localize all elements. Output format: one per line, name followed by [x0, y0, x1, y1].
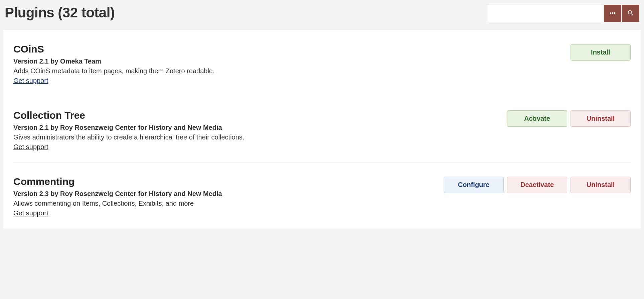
- plugin-info: COinS Version 2.1 by Omeka Team Adds COi…: [13, 43, 571, 85]
- install-button[interactable]: Install: [571, 44, 631, 61]
- uninstall-button[interactable]: Uninstall: [571, 177, 631, 193]
- plugin-name: COinS: [13, 43, 571, 55]
- uninstall-button[interactable]: Uninstall: [571, 110, 631, 127]
- plugin-info: Commenting Version 2.3 by Roy Rosenzweig…: [13, 176, 444, 217]
- get-support-link[interactable]: Get support: [13, 77, 48, 84]
- search-button[interactable]: [622, 5, 639, 22]
- plugin-actions: Configure Deactivate Uninstall: [444, 176, 631, 193]
- plugin-info: Collection Tree Version 2.1 by Roy Rosen…: [13, 110, 507, 151]
- plugin-row: COinS Version 2.1 by Omeka Team Adds COi…: [13, 30, 631, 96]
- plugin-desc: Allows commenting on Items, Collections,…: [13, 200, 444, 207]
- activate-button[interactable]: Activate: [507, 110, 567, 127]
- svg-point-0: [610, 12, 612, 14]
- search-icon: [627, 9, 634, 18]
- deactivate-button[interactable]: Deactivate: [507, 177, 567, 193]
- plugin-desc: Gives administrators the ability to crea…: [13, 133, 507, 141]
- plugins-panel: COinS Version 2.1 by Omeka Team Adds COi…: [3, 30, 641, 228]
- search-input[interactable]: [487, 5, 604, 22]
- svg-point-1: [612, 12, 614, 14]
- plugin-actions: Activate Uninstall: [507, 110, 631, 127]
- search-options-button[interactable]: [604, 5, 621, 22]
- get-support-link[interactable]: Get support: [13, 209, 48, 217]
- plugin-row: Collection Tree Version 2.1 by Roy Rosen…: [13, 96, 631, 163]
- plugin-row: Commenting Version 2.3 by Roy Rosenzweig…: [13, 163, 631, 228]
- configure-button[interactable]: Configure: [444, 177, 504, 193]
- plugin-actions: Install: [571, 43, 631, 61]
- plugin-name: Commenting: [13, 176, 444, 187]
- get-support-link[interactable]: Get support: [13, 143, 48, 151]
- search-group: [487, 5, 639, 22]
- plugin-name: Collection Tree: [13, 110, 507, 121]
- svg-point-2: [614, 12, 616, 14]
- page-title: Plugins (32 total): [5, 5, 115, 21]
- ellipsis-icon: [609, 9, 616, 18]
- plugin-meta: Version 2.1 by Omeka Team: [13, 58, 571, 65]
- plugin-meta: Version 2.3 by Roy Rosenzweig Center for…: [13, 190, 444, 198]
- plugin-meta: Version 2.1 by Roy Rosenzweig Center for…: [13, 124, 507, 131]
- plugin-desc: Adds COinS metadata to item pages, makin…: [13, 67, 571, 75]
